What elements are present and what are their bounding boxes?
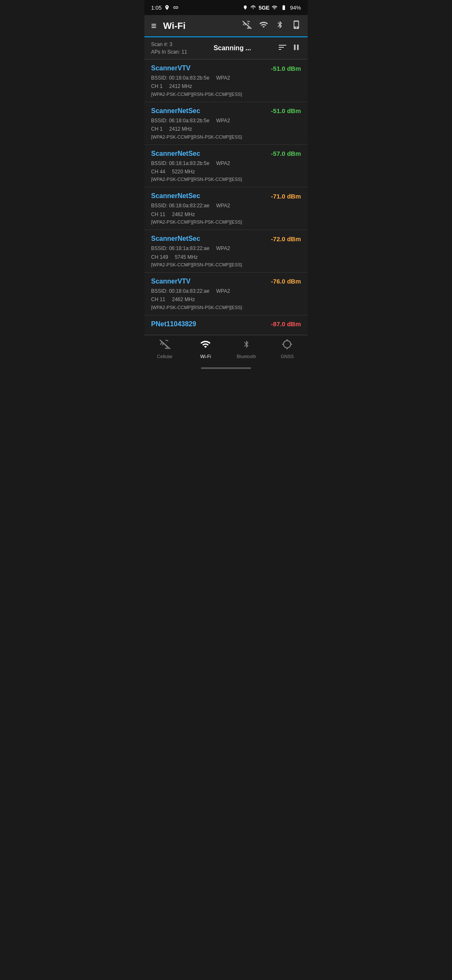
home-indicator — [144, 367, 308, 371]
aps-count-value: 11 — [182, 49, 187, 55]
network-item-0[interactable]: ScannerVTV -51.0 dBm BSSID: 00:18:0a:83:… — [144, 59, 308, 102]
scan-number-label: Scan #: — [151, 41, 168, 47]
network-item-4[interactable]: ScannerNetSec -72.0 dBm BSSID: 06:18:1a:… — [144, 230, 308, 273]
home-bar — [201, 367, 251, 369]
signal-strength: -57.0 dBm — [271, 150, 301, 157]
wifi-nav-icon — [200, 339, 211, 352]
network-ssid: ScannerNetSec — [151, 150, 200, 157]
bluetooth-nav-icon — [242, 339, 251, 352]
status-left: 1:05 — [151, 5, 179, 11]
nav-item-cellular[interactable]: Cellular — [144, 339, 185, 359]
scan-number-row: Scan #: 3 — [151, 41, 187, 48]
signal-bars-icon — [272, 5, 277, 10]
wifi-header-icon[interactable] — [259, 20, 268, 31]
time-display: 1:05 — [151, 5, 162, 11]
header-left: ≡ Wi-Fi — [151, 21, 185, 31]
scan-status-text: Scanning ... — [187, 44, 277, 52]
network-ssid: ScannerNetSec — [151, 107, 200, 115]
status-right: 5GE 94% — [243, 5, 301, 11]
hamburger-menu-button[interactable]: ≡ — [151, 21, 157, 31]
location-pin-icon — [243, 5, 248, 10]
app-header: ≡ Wi-Fi — [144, 15, 308, 37]
bottom-navigation: Cellular Wi-Fi Bluetooth GNSS — [144, 335, 308, 367]
network-item-3[interactable]: ScannerNetSec -71.0 dBm BSSID: 06:18:0a:… — [144, 187, 308, 230]
status-bar: 1:05 5GE 94% — [144, 0, 308, 15]
aps-count-row: APs In Scan: 11 — [151, 48, 187, 56]
location-icon — [164, 5, 170, 10]
nav-item-wifi[interactable]: Wi-Fi — [185, 339, 226, 359]
network-list: ScannerVTV -51.0 dBm BSSID: 00:18:0a:83:… — [144, 59, 308, 335]
signal-strength: -76.0 dBm — [271, 278, 301, 285]
cellular-nav-label: Cellular — [157, 354, 172, 359]
wifi-nav-label: Wi-Fi — [200, 354, 211, 359]
network-ssid: ScannerVTV — [151, 64, 190, 72]
network-item-5[interactable]: ScannerVTV -76.0 dBm BSSID: 00:18:0a:83:… — [144, 273, 308, 315]
scan-info-bar: Scan #: 3 APs In Scan: 11 Scanning ... — [144, 37, 308, 59]
gnss-header-icon[interactable] — [292, 20, 301, 31]
network-ssid: PNet11043829 — [151, 320, 196, 328]
pause-button[interactable] — [292, 42, 301, 54]
link-icon — [172, 5, 179, 10]
page-title: Wi-Fi — [163, 21, 186, 31]
gnss-nav-label: GNSS — [281, 354, 294, 359]
header-action-icons — [242, 20, 301, 31]
signal-strength: -71.0 dBm — [271, 193, 301, 200]
network-item-6[interactable]: PNet11043829 -87.0 dBm — [144, 315, 308, 335]
network-ssid: ScannerNetSec — [151, 192, 200, 200]
network-item-1[interactable]: ScannerNetSec -51.0 dBm BSSID: 06:18:0a:… — [144, 102, 308, 145]
signal-type: 5GE — [259, 5, 270, 11]
nav-item-bluetooth[interactable]: Bluetooth — [226, 339, 267, 359]
cellular-nav-icon — [159, 339, 170, 352]
network-ssid: ScannerNetSec — [151, 235, 200, 242]
hotspot-icon — [250, 5, 257, 10]
aps-label: APs In Scan: — [151, 49, 180, 55]
scan-meta: Scan #: 3 APs In Scan: 11 — [151, 41, 187, 56]
signal-strength: -87.0 dBm — [271, 320, 301, 328]
cellular-header-icon[interactable] — [242, 20, 252, 31]
battery-percent: 94% — [290, 5, 301, 11]
scan-number-value: 3 — [170, 41, 172, 47]
signal-strength: -72.0 dBm — [271, 235, 301, 242]
scan-controls — [277, 42, 301, 54]
signal-strength: -51.0 dBm — [271, 107, 301, 114]
nav-item-gnss[interactable]: GNSS — [267, 339, 308, 359]
bluetooth-nav-label: Bluetooth — [237, 354, 256, 359]
network-item-2[interactable]: ScannerNetSec -57.0 dBm BSSID: 06:18:1a:… — [144, 145, 308, 188]
gnss-nav-icon — [282, 339, 293, 352]
sort-button[interactable] — [277, 42, 288, 54]
network-ssid: ScannerVTV — [151, 278, 190, 285]
battery-icon — [280, 5, 288, 10]
bluetooth-header-icon[interactable] — [276, 20, 284, 31]
signal-strength: -51.0 dBm — [271, 65, 301, 72]
